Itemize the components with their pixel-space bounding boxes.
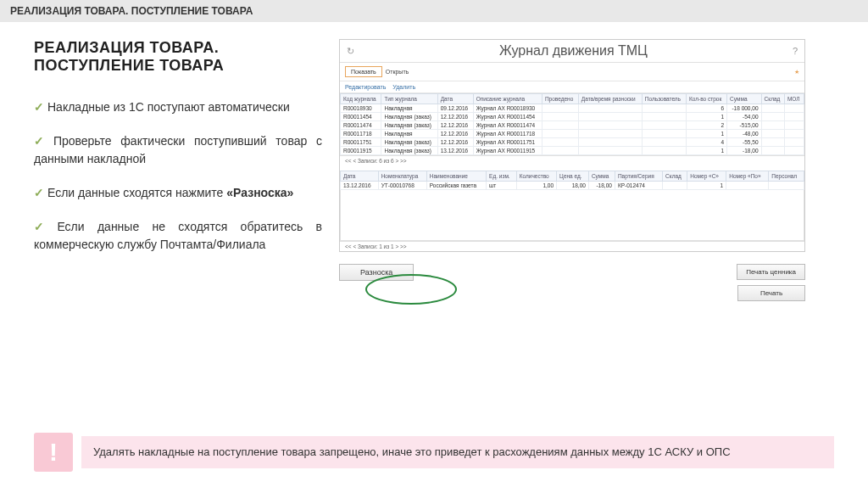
app-title: Журнал движения ТМЦ [354, 43, 793, 59]
print-tag-button[interactable]: Печать ценника [737, 264, 805, 280]
warning-text: Удалять накладные на поступление товара … [81, 436, 834, 468]
print-button[interactable]: Печать [737, 285, 805, 301]
table-row: 13.12.2016УТ-00010768Российская газета ш… [341, 182, 804, 190]
edit-link[interactable]: Редактировать [345, 84, 386, 90]
table-row: R00018930Накладная09.12.2016Журнал АХ R0… [341, 104, 804, 113]
bullet-list: ✓Накладные из 1С поступают автоматически… [34, 98, 322, 255]
warning-banner: Удалять накладные на поступление товара … [34, 433, 834, 472]
list-item: ✓Проверьте фактически поступивший товар … [34, 132, 322, 169]
show-button[interactable]: Показать [345, 66, 382, 77]
table-row: R00011454Накладная (заказ)12.12.2016Журн… [341, 113, 804, 121]
open-button[interactable]: Открыть [386, 69, 409, 75]
table-row: R00011718Накладная12.12.2016Журнал АХ R0… [341, 130, 804, 138]
refresh-icon[interactable]: ↻ [347, 46, 354, 57]
detail-table: ДатаНоменклатураНаименование Ед. изм.Кол… [340, 171, 804, 190]
nav-first[interactable]: << [345, 158, 352, 164]
delete-link[interactable]: Удалить [392, 84, 415, 90]
check-icon: ✓ [34, 134, 50, 148]
check-icon: ✓ [34, 100, 44, 114]
page-title: РЕАЛИЗАЦИЯ ТОВАРА. ПОСТУПЛЕНИЕ ТОВАРА [34, 39, 322, 75]
help-icon[interactable]: ? [793, 46, 798, 56]
check-icon: ✓ [34, 186, 44, 199]
journal-table: Код журналаТип журналаДата Описание журн… [340, 93, 804, 155]
list-item: ✓Если данные сходятся нажмите «Разноска» [34, 184, 322, 203]
table-row: R00011474Накладная (заказ)12.12.2016Журн… [341, 121, 804, 130]
table-row: R00011915Накладная (заказ)13.12.2016Журн… [341, 147, 804, 155]
top-bar: РЕАЛИЗАЦИЯ ТОВАРА. ПОСТУПЛЕНИЕ ТОВАРА [0, 0, 868, 22]
table-row: R00011751Накладная (заказ)12.12.2016Журн… [341, 138, 804, 147]
nav-next[interactable]: > [395, 158, 398, 164]
nav-prev[interactable]: < [353, 158, 356, 164]
warning-icon [34, 433, 73, 472]
app-screenshot: ↻ Журнал движения ТМЦ ? Показать Открыть… [339, 39, 805, 252]
check-icon: ✓ [34, 220, 53, 233]
list-item: ✓Накладные из 1С поступают автоматически [34, 98, 322, 117]
raznoska-button[interactable]: Разноска [339, 264, 414, 281]
star-icon[interactable]: ★ [794, 69, 799, 76]
nav-last[interactable]: >> [400, 158, 407, 164]
list-item: ✓Если данные не сходятся обратитесь в ко… [34, 218, 322, 255]
